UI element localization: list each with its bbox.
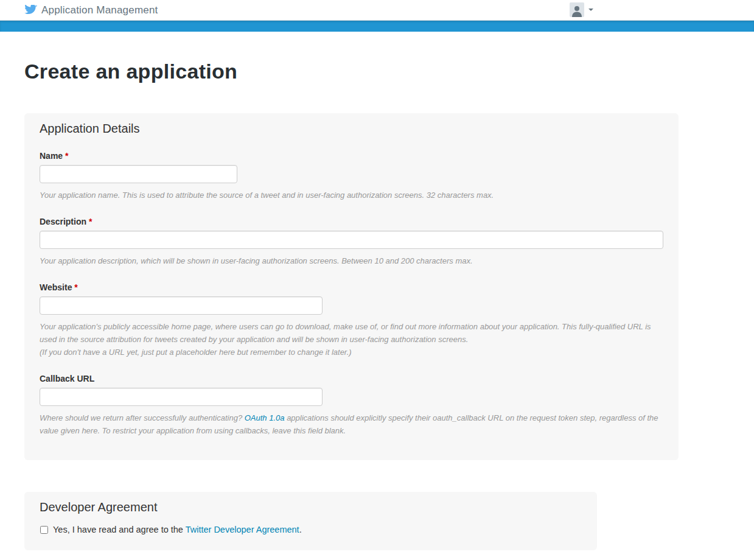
website-help-line1: Your application's publicly accessible h… [40,322,651,344]
oauth-1-0a-link[interactable]: OAuth 1.0a [245,413,285,422]
description-label: Description * [40,217,663,226]
agreement-checkbox-row[interactable]: Yes, I have read and agree to the Twitte… [40,525,582,534]
website-input[interactable] [40,296,323,315]
name-label: Name * [40,151,663,161]
required-marker: * [89,217,92,226]
application-details-panel: Application Details Name * Your applicat… [24,113,679,460]
agreement-checkbox[interactable] [40,526,48,534]
name-input[interactable] [40,165,237,183]
caret-down-icon [588,9,593,11]
website-help-text: Your application's publicly accessible h… [40,320,663,359]
application-details-heading: Application Details [40,122,663,136]
website-label: Website * [40,282,663,292]
user-menu-toggle[interactable] [570,2,593,17]
callback-url-input[interactable] [40,388,323,406]
website-help-line2: (If you don't have a URL yet, just put a… [40,348,352,357]
page-title: Create an application [24,60,730,83]
required-marker: * [74,282,77,292]
callback-url-field-group: Callback URL Where should we return afte… [40,374,663,437]
agreement-checkbox-label: Yes, I have read and agree to the Twitte… [53,525,302,534]
description-field-group: Description * Your application descripti… [40,217,663,267]
description-help-text: Your application description, which will… [40,254,663,267]
accent-bar [0,20,754,32]
developer-agreement-heading: Developer Agreement [40,500,582,514]
website-field-group: Website * Your application's publicly ac… [40,282,663,359]
description-input[interactable] [40,231,663,249]
brand-link[interactable]: Application Management [24,4,158,16]
name-field-group: Name * Your application name. This is us… [40,151,663,201]
main-content: Create an application Application Detail… [0,60,754,560]
callback-url-label: Callback URL [40,374,663,383]
callback-url-help-text: Where should we return after successfull… [40,411,663,437]
top-nav: Application Management [0,0,754,20]
developer-agreement-panel: Developer Agreement Yes, I have read and… [24,492,597,550]
brand-title: Application Management [41,4,158,16]
required-marker: * [65,151,68,161]
name-help-text: Your application name. This is used to a… [40,189,663,201]
twitter-bird-icon [24,5,37,15]
user-avatar-icon [570,2,584,17]
twitter-developer-agreement-link[interactable]: Twitter Developer Agreement [186,525,299,534]
